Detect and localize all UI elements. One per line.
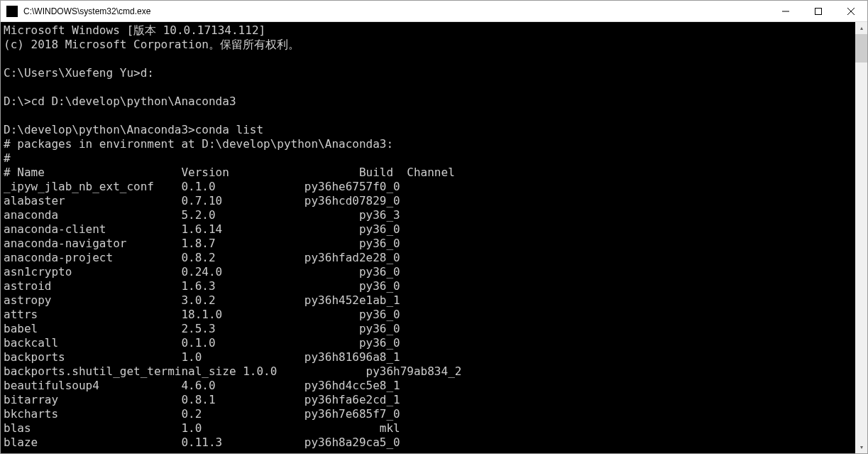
terminal-area: Microsoft Windows [版本 10.0.17134.112] (c… [1, 22, 867, 453]
svg-rect-1 [815, 8, 822, 14]
close-button[interactable] [835, 1, 867, 21]
window-controls [769, 1, 867, 21]
cmd-icon [6, 6, 18, 17]
scroll-up-button[interactable]: ▴ [855, 22, 867, 34]
window-titlebar: C:\WINDOWS\system32\cmd.exe [1, 1, 867, 22]
maximize-button[interactable] [802, 1, 835, 21]
scroll-track[interactable] [855, 34, 867, 441]
minimize-button[interactable] [769, 1, 802, 21]
terminal-output[interactable]: Microsoft Windows [版本 10.0.17134.112] (c… [1, 22, 855, 453]
scroll-thumb[interactable] [855, 34, 867, 63]
vertical-scrollbar[interactable]: ▴ ▾ [855, 22, 867, 453]
scroll-down-button[interactable]: ▾ [855, 441, 867, 453]
window-title: C:\WINDOWS\system32\cmd.exe [23, 6, 769, 16]
